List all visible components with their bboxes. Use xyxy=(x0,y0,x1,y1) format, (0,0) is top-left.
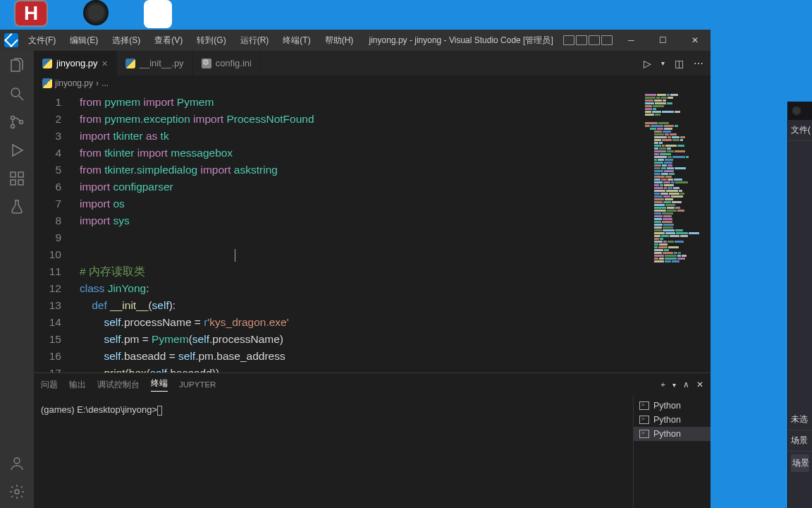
tab-label: jinyong.py xyxy=(56,58,98,68)
run-button-icon[interactable]: ▷ xyxy=(644,58,651,69)
breadcrumb[interactable]: jinyong.py › ... xyxy=(34,75,710,91)
obs-not-selected: 未选 xyxy=(788,409,812,430)
menu-view[interactable]: 查看(V) xyxy=(149,32,188,49)
maximize-panel-icon[interactable]: ∧ xyxy=(683,380,689,389)
svg-point-1 xyxy=(11,116,15,120)
desktop-icon-obs[interactable] xyxy=(83,0,109,25)
terminal-panel: 问题 输出 调试控制台 终端 JUPYTER + ▾ ∧ ✕ (games) E… xyxy=(34,373,710,508)
close-panel-icon[interactable]: ✕ xyxy=(696,380,703,389)
code-content: from pymem import Pymemfrom pymem.except… xyxy=(73,91,644,373)
terminal-list: Python Python Python xyxy=(633,396,710,508)
svg-point-0 xyxy=(11,88,20,97)
activity-bar xyxy=(0,51,34,508)
python-file-icon xyxy=(125,59,135,68)
terminal-prompt: (games) E:\desktop\jinyong> xyxy=(41,404,157,415)
maximize-button[interactable]: ☐ xyxy=(647,30,679,51)
panel-tab-terminal[interactable]: 终端 xyxy=(151,378,168,392)
chevron-down-icon[interactable]: ▾ xyxy=(661,59,665,67)
svg-point-8 xyxy=(14,458,20,464)
desktop-icon-honeyview[interactable]: H xyxy=(14,0,48,27)
obs-scenes-header: 场景 xyxy=(788,430,812,452)
tab-label: __init__.py xyxy=(140,58,184,68)
settings-icon[interactable] xyxy=(8,483,26,501)
vscode-window: 文件(F) 编辑(E) 选择(S) 查看(V) 转到(G) 运行(R) 终端(T… xyxy=(0,30,710,508)
panel-tab-output[interactable]: 输出 xyxy=(69,380,86,390)
tab-init[interactable]: __init__.py xyxy=(117,51,193,75)
chevron-down-icon[interactable]: ▾ xyxy=(672,381,676,389)
svg-point-2 xyxy=(11,125,15,128)
tab-jinyong[interactable]: jinyong.py × xyxy=(34,51,117,75)
svg-rect-7 xyxy=(18,172,23,177)
svg-point-9 xyxy=(15,490,19,494)
terminal-list-item[interactable]: Python xyxy=(634,399,710,413)
terminal-icon xyxy=(639,401,649,410)
menu-file[interactable]: 文件(F) xyxy=(23,32,61,49)
search-icon[interactable] xyxy=(8,85,26,103)
close-window-button[interactable]: ✕ xyxy=(679,30,710,51)
terminal-cursor xyxy=(157,406,162,416)
minimap[interactable] xyxy=(644,91,710,373)
new-terminal-icon[interactable]: + xyxy=(660,380,665,389)
menu-edit[interactable]: 编辑(E) xyxy=(64,32,104,49)
tab-label: config.ini xyxy=(216,58,252,68)
title-bar: 文件(F) 编辑(E) 选择(S) 查看(V) 转到(G) 运行(R) 终端(T… xyxy=(0,30,710,51)
ini-file-icon xyxy=(202,59,211,68)
obs-menu-file[interactable]: 文件( xyxy=(788,120,812,141)
panel-tab-debug[interactable]: 调试控制台 xyxy=(97,380,140,390)
breadcrumb-more: ... xyxy=(102,78,109,88)
menu-bar: 文件(F) 编辑(E) 选择(S) 查看(V) 转到(G) 运行(R) 终端(T… xyxy=(23,32,359,49)
obs-scene-button[interactable]: 场景 xyxy=(791,454,809,472)
terminal-list-item[interactable]: Python xyxy=(634,413,710,427)
editor-tabs: jinyong.py × __init__.py config.ini ▷ ▾ … xyxy=(34,51,710,75)
menu-run[interactable]: 运行(R) xyxy=(235,32,275,49)
more-icon[interactable]: ⋯ xyxy=(694,58,703,69)
minimize-button[interactable]: ─ xyxy=(615,30,647,51)
python-file-icon xyxy=(42,59,52,68)
menu-go[interactable]: 转到(G) xyxy=(191,32,231,49)
testing-icon[interactable] xyxy=(8,198,26,216)
menu-select[interactable]: 选择(S) xyxy=(106,32,146,49)
terminal-list-item[interactable]: Python xyxy=(634,427,710,441)
terminal[interactable]: (games) E:\desktop\jinyong> xyxy=(34,396,633,508)
code-editor[interactable]: 123 456 789 101112 131415 1617 from pyme… xyxy=(34,91,644,373)
run-debug-icon[interactable] xyxy=(8,141,26,159)
close-tab-icon[interactable]: × xyxy=(102,58,108,69)
line-numbers: 123 456 789 101112 131415 1617 xyxy=(34,91,73,373)
layout-buttons[interactable] xyxy=(563,35,613,45)
extensions-icon[interactable] xyxy=(8,169,26,188)
terminal-icon xyxy=(639,416,649,424)
obs-icon xyxy=(791,105,802,116)
menu-terminal[interactable]: 终端(T) xyxy=(277,32,316,49)
breadcrumb-file: jinyong.py xyxy=(55,78,93,88)
editor-cursor xyxy=(235,249,235,262)
tab-config[interactable]: config.ini xyxy=(193,51,261,75)
svg-rect-6 xyxy=(18,180,23,185)
source-control-icon[interactable] xyxy=(8,113,26,131)
terminal-icon xyxy=(639,430,649,438)
svg-rect-4 xyxy=(11,172,16,177)
svg-rect-5 xyxy=(11,180,16,185)
breadcrumb-sep: › xyxy=(96,78,99,88)
panel-tabs: 问题 输出 调试控制台 终端 JUPYTER + ▾ ∧ ✕ xyxy=(34,373,710,396)
accounts-icon[interactable] xyxy=(8,454,26,473)
vscode-logo-icon xyxy=(4,33,18,47)
menu-help[interactable]: 帮助(H) xyxy=(319,32,359,49)
window-title: jinyong.py - jinyong - Visual Studio Cod… xyxy=(359,35,563,47)
desktop-icon-file[interactable] xyxy=(144,0,172,28)
split-editor-icon[interactable]: ◫ xyxy=(675,58,684,69)
panel-tab-problems[interactable]: 问题 xyxy=(41,380,58,390)
obs-window-partial: 文件( 未选 场景 场景 xyxy=(787,102,812,508)
panel-tab-jupyter[interactable]: JUPYTER xyxy=(179,380,216,389)
python-file-icon xyxy=(42,78,52,88)
explorer-icon[interactable] xyxy=(8,56,26,75)
